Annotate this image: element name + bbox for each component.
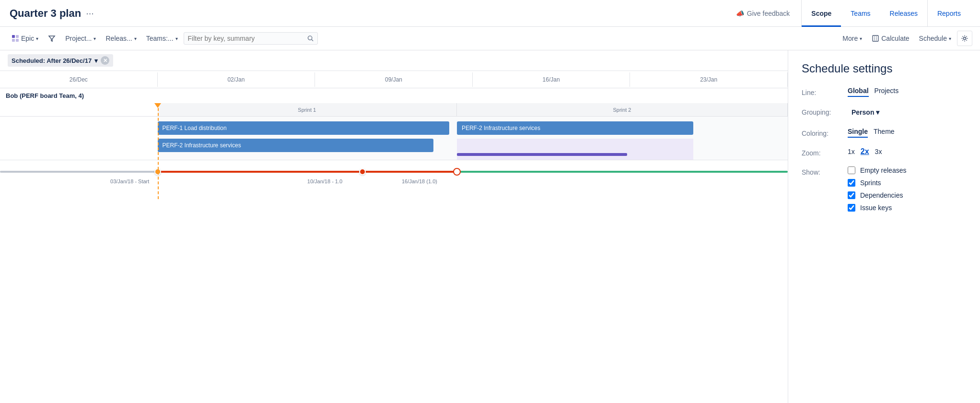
- tab-teams[interactable]: Teams: [841, 0, 880, 27]
- feedback-button[interactable]: 📣 Give feedback: [736, 10, 790, 17]
- grouping-label: Grouping:: [802, 107, 840, 116]
- filter-button[interactable]: [44, 32, 59, 45]
- feedback-icon: 📣: [736, 10, 744, 17]
- perf2-bar-sprint2[interactable]: PERF-2 Infrastructure services: [457, 121, 693, 135]
- coloring-theme-option[interactable]: Theme: [874, 128, 895, 138]
- feedback-label: Give feedback: [747, 10, 790, 17]
- date-col-3: 09/Jan: [315, 72, 473, 87]
- velocity-label-end: 16/Jan/18 (1.0): [402, 178, 437, 184]
- search-box: [184, 32, 318, 45]
- active-filter-chip[interactable]: Scheduled: After 26/Dec/17 ▾ ✕: [8, 54, 113, 67]
- more-chevron-icon: ▾: [860, 36, 862, 41]
- line-projects-option[interactable]: Projects: [875, 87, 899, 97]
- search-icon: [307, 35, 314, 42]
- perf2-sprint1-label: PERF-2 Infrastructure services: [163, 142, 241, 149]
- zoom-label: Zoom:: [802, 147, 840, 157]
- velocity-mid-dot: [359, 168, 366, 175]
- grouping-options: Person ▾: [848, 107, 883, 118]
- svg-line-5: [311, 39, 313, 41]
- velocity-area: 03/Jan/18 - Start 10/Jan/18 - 1.0 16/Jan…: [0, 160, 788, 198]
- line-options: Global Projects: [848, 87, 898, 97]
- zoom-1x-option[interactable]: 1x: [848, 148, 855, 155]
- svg-rect-2: [12, 39, 15, 42]
- sprint1-label: Sprint 1: [298, 107, 316, 113]
- page-title: Quarter 3 plan: [10, 7, 81, 20]
- line-label: Line:: [802, 87, 840, 96]
- show-sprints-label: Sprints: [860, 179, 881, 187]
- top-nav: Quarter 3 plan ··· 📣 Give feedback Scope…: [0, 0, 980, 27]
- line-global-option[interactable]: Global: [848, 87, 869, 97]
- epic-chevron-icon: ▾: [36, 36, 38, 41]
- settings-title: Schedule settings: [802, 62, 967, 75]
- velocity-label-start: 03/Jan/18 - Start: [110, 178, 149, 184]
- releases-filter-button[interactable]: Releas... ▾: [102, 32, 140, 45]
- date-col-1: 26/Dec: [0, 72, 158, 87]
- sprint-headers: Sprint 1 Sprint 2: [0, 103, 788, 117]
- gear-icon: [961, 35, 968, 42]
- show-empty-releases-checkbox[interactable]: [848, 166, 855, 174]
- perf1-bar[interactable]: PERF-1 Load distribution: [158, 121, 449, 135]
- show-issue-keys-checkbox[interactable]: [848, 204, 855, 212]
- settings-coloring-row: Coloring: Single Theme: [802, 128, 967, 138]
- show-empty-releases-label: Empty releases: [860, 166, 906, 174]
- sprint2-label: Sprint 2: [613, 107, 631, 113]
- grouping-dropdown[interactable]: Person ▾: [848, 107, 883, 118]
- filter-chip-arrow: ▾: [94, 57, 98, 64]
- purple-area: [457, 139, 693, 160]
- grouping-value: Person: [852, 108, 874, 116]
- settings-show-row: Show: Empty releases Sprints Dependencie…: [802, 166, 967, 216]
- project-chevron-icon: ▾: [93, 36, 96, 41]
- coloring-single-option[interactable]: Single: [848, 128, 868, 138]
- more-options-button[interactable]: ···: [86, 8, 94, 19]
- zoom-options: 1x 2x 3x: [848, 147, 882, 156]
- bars-area: PERF-1 Load distribution PERF-2 Infrastr…: [0, 117, 788, 160]
- velocity-green-track: [457, 171, 788, 173]
- toolbar-right: More ▾ Calculate Schedule ▾: [839, 31, 972, 46]
- settings-panel: Schedule settings Line: Global Projects …: [788, 50, 980, 403]
- calculate-button[interactable]: Calculate: [868, 32, 913, 45]
- show-sprints-checkbox[interactable]: [848, 179, 855, 187]
- coloring-options: Single Theme: [848, 128, 895, 138]
- zoom-2x-option[interactable]: 2x: [861, 147, 869, 156]
- main-layout: Scheduled: After 26/Dec/17 ▾ ✕ 26/Dec 02…: [0, 50, 980, 403]
- filter-chip-label: Scheduled: After 26/Dec/17: [12, 57, 92, 64]
- gantt-area: Scheduled: After 26/Dec/17 ▾ ✕ 26/Dec 02…: [0, 50, 788, 403]
- teams-filter-button[interactable]: Teams:... ▾: [142, 32, 182, 45]
- search-input[interactable]: [188, 35, 304, 42]
- project-filter-button[interactable]: Project... ▾: [61, 32, 100, 45]
- tab-releases[interactable]: Releases: [880, 0, 927, 27]
- svg-rect-3: [16, 39, 19, 42]
- settings-button[interactable]: [957, 31, 972, 46]
- settings-zoom-row: Zoom: 1x 2x 3x: [802, 147, 967, 157]
- sprint2-section: Sprint 2: [457, 103, 788, 116]
- schedule-button[interactable]: Schedule ▾: [915, 32, 955, 45]
- team-label: Bob (PERF board Team, 4): [0, 88, 788, 103]
- show-label: Show:: [802, 166, 840, 176]
- date-col-5: 23/Jan: [630, 72, 788, 87]
- show-dependencies-checkbox[interactable]: [848, 191, 855, 199]
- perf2-bar-sprint1[interactable]: PERF-2 Infrastructure services: [158, 139, 433, 152]
- date-col-2: 02/Jan: [158, 72, 315, 87]
- svg-rect-6: [873, 36, 878, 41]
- svg-rect-1: [16, 35, 19, 38]
- nav-tabs: Scope Teams Releases Reports: [801, 0, 970, 27]
- velocity-red-track2: [362, 171, 457, 173]
- show-dependencies-label: Dependencies: [860, 191, 903, 199]
- perf2-sprint2-label: PERF-2 Infrastructure services: [462, 125, 540, 131]
- more-button[interactable]: More ▾: [839, 32, 866, 45]
- schedule-chevron-icon: ▾: [949, 36, 951, 41]
- epic-view-button[interactable]: Epic ▾: [8, 32, 42, 45]
- tab-scope[interactable]: Scope: [802, 0, 841, 27]
- sprint1-section: Sprint 1: [158, 103, 457, 116]
- filter-chip-close-button[interactable]: ✕: [101, 56, 109, 65]
- show-issue-keys-row: Issue keys: [848, 204, 906, 212]
- toolbar: Epic ▾ Project... ▾ Releas... ▾ Teams:..…: [0, 27, 980, 50]
- purple-bar: [457, 153, 627, 156]
- current-date-line: [158, 103, 159, 199]
- svg-rect-0: [12, 35, 15, 38]
- calculate-icon: [872, 35, 879, 42]
- svg-point-4: [308, 36, 312, 40]
- filter-bar: Scheduled: After 26/Dec/17 ▾ ✕: [0, 50, 788, 71]
- tab-reports[interactable]: Reports: [927, 0, 970, 27]
- zoom-3x-option[interactable]: 3x: [875, 148, 882, 155]
